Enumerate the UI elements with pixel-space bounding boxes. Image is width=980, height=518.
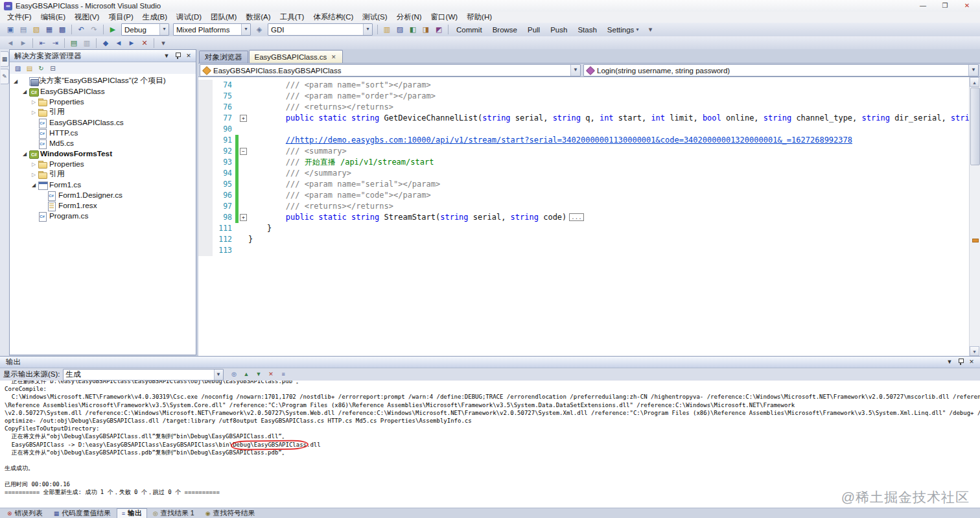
navigate-forward-icon[interactable]: ►	[18, 38, 29, 49]
code-text[interactable]	[248, 245, 970, 256]
collapse-all-icon[interactable]: ⊟	[47, 64, 58, 73]
toolbox-tab[interactable]: ✎	[1, 69, 9, 84]
menu-item[interactable]: 视图(V)	[70, 12, 104, 23]
menu-item[interactable]: 窗口(W)	[426, 12, 463, 23]
uncomment-selection-icon[interactable]: ▥	[81, 38, 93, 49]
menu-item[interactable]: 编辑(E)	[36, 12, 70, 23]
outlining-margin[interactable]: +	[239, 113, 248, 124]
tree-item[interactable]: ▷引用	[10, 107, 196, 117]
menu-item[interactable]: 分析(N)	[392, 12, 426, 23]
output-header[interactable]: 输出 ▼ ✕	[0, 357, 980, 368]
indicator-margin[interactable]	[198, 179, 213, 190]
chevron-down-icon[interactable]: ▼	[570, 65, 580, 76]
collapse-arrow-icon[interactable]: ◢	[21, 151, 29, 157]
solution-explorer-header[interactable]: 解决方案资源管理器 ▼ ✕	[10, 50, 196, 62]
decrease-indent-icon[interactable]: ⇤	[36, 38, 48, 49]
code-text[interactable]: /// <summary>	[248, 146, 970, 157]
code-text[interactable]	[248, 124, 970, 135]
git-stash-button[interactable]: Stash	[572, 25, 601, 34]
server-explorer-tab[interactable]: ▦	[1, 51, 9, 67]
start-debug-icon[interactable]: ▶	[107, 24, 119, 35]
menu-item[interactable]: 工具(T)	[275, 12, 309, 23]
tree-item[interactable]: ◢Form1.cs	[10, 180, 196, 190]
outlining-margin[interactable]	[239, 245, 248, 256]
indicator-margin[interactable]	[198, 212, 213, 223]
close-panel-icon[interactable]: ✕	[184, 52, 193, 60]
indicator-margin[interactable]	[198, 124, 213, 135]
menu-item[interactable]: 项目(P)	[104, 12, 137, 23]
window-menu-icon[interactable]: ▼	[162, 52, 171, 60]
code-text[interactable]: /// <returns></returns>	[248, 201, 970, 212]
collapse-region-icon[interactable]: −	[240, 148, 247, 155]
collapsed-region-box[interactable]: ...	[569, 213, 583, 221]
menu-item[interactable]: 测试(S)	[358, 12, 391, 23]
git-settings-button[interactable]: Settings▾	[602, 25, 644, 34]
refresh-icon[interactable]: ↻	[36, 64, 47, 73]
code-text[interactable]: /// </summary>	[248, 168, 970, 179]
properties-icon[interactable]: ▨	[12, 64, 23, 73]
indicator-margin[interactable]	[198, 102, 213, 113]
new-project-icon[interactable]: ▣	[5, 24, 16, 35]
find-in-files-icon[interactable]: ◈	[253, 24, 265, 35]
git-commit-button[interactable]: Commit	[451, 25, 487, 34]
solution-platforms-combo[interactable]: Mixed Platforms▾	[173, 23, 251, 36]
open-file-icon[interactable]: ▧	[30, 24, 42, 35]
code-text[interactable]: public static string GetDeviceChannelLis…	[248, 113, 970, 124]
outlining-margin[interactable]	[239, 91, 248, 102]
code-editor[interactable]: 74 /// <param name="sort"></param>75 ///…	[198, 77, 980, 356]
outlining-margin[interactable]	[239, 80, 248, 91]
expand-arrow-icon[interactable]: ▷	[30, 99, 38, 105]
title-bar[interactable]: ∞ EasyGBSAPIClass - Microsoft Visual Stu…	[0, 0, 980, 12]
increase-indent-icon[interactable]: ⇥	[49, 38, 61, 49]
maximize-button[interactable]: ❐	[935, 1, 955, 12]
clear-all-icon[interactable]: ✕	[266, 370, 277, 379]
expand-arrow-icon[interactable]: ▷	[30, 172, 38, 178]
expand-region-icon[interactable]: +	[240, 214, 247, 221]
indicator-margin[interactable]	[198, 80, 213, 91]
collapse-arrow-icon[interactable]: ◢	[30, 182, 38, 188]
outlining-margin[interactable]	[239, 157, 248, 168]
tree-item[interactable]: EasyGBSAPIClass.cs	[10, 117, 196, 128]
editor-vertical-scrollbar[interactable]: ▲ ▼	[969, 77, 980, 356]
scroll-down-icon[interactable]: ▼	[970, 346, 979, 356]
extension-icon[interactable]: ◩	[433, 24, 445, 35]
tree-item[interactable]: ▷Properties	[10, 97, 196, 107]
outlining-margin[interactable]: −	[239, 146, 248, 157]
code-text[interactable]: /// <param name="order"></param>	[248, 91, 970, 102]
solution-explorer-toggle-icon[interactable]: ▥	[381, 24, 393, 35]
add-item-icon[interactable]: ▤	[18, 24, 29, 35]
find-message-icon[interactable]: ◎	[229, 370, 240, 379]
outlining-margin[interactable]	[239, 168, 248, 179]
auto-hide-pin-icon[interactable]	[173, 52, 182, 60]
indicator-margin[interactable]	[198, 190, 213, 201]
tree-item[interactable]: ◢解决方案“EasyGBSAPIClass”(2 个项目)	[10, 76, 196, 86]
indicator-margin[interactable]	[198, 245, 213, 256]
previous-message-icon[interactable]: ▲	[241, 370, 252, 379]
indicator-margin[interactable]	[198, 223, 213, 234]
expand-arrow-icon[interactable]: ▷	[30, 161, 38, 167]
collapse-arrow-icon[interactable]: ◢	[12, 78, 19, 84]
chevron-down-icon[interactable]: ▼	[968, 65, 978, 76]
code-text[interactable]: }	[248, 223, 970, 234]
tab-find-symbol-results[interactable]: ◉查找符号结果	[200, 508, 261, 518]
outlining-margin[interactable]	[239, 124, 248, 135]
members-combo[interactable]: Login(string username, string password) …	[583, 64, 979, 77]
chevron-down-icon[interactable]: ▾	[241, 24, 250, 35]
output-source-combo[interactable]: 生成 ▼	[63, 369, 224, 381]
minimize-button[interactable]: —	[913, 1, 933, 12]
object-browser-icon[interactable]: ◧	[407, 24, 419, 35]
find-combo[interactable]: GDI▾	[268, 23, 373, 36]
indicator-margin[interactable]	[198, 157, 213, 168]
navigate-backward-icon[interactable]: ◄	[5, 38, 16, 49]
indicator-margin[interactable]	[198, 201, 213, 212]
toolbox-toggle-icon[interactable]: ◨	[420, 24, 432, 35]
outlining-margin[interactable]: +	[239, 212, 248, 223]
code-text[interactable]: /// <param name="serial"></param>	[248, 179, 970, 190]
code-text[interactable]: /// <param name="sort"></param>	[248, 80, 970, 91]
auto-hide-pin-icon[interactable]	[956, 358, 965, 366]
indicator-margin[interactable]	[198, 146, 213, 157]
tab-code-metrics[interactable]: ▦代码度量值结果	[49, 508, 116, 518]
tree-item[interactable]: Form1.resx	[10, 200, 196, 211]
toggle-bookmark-icon[interactable]: ◆	[100, 38, 111, 49]
code-text[interactable]: public static string StreamStart(string …	[248, 212, 970, 223]
